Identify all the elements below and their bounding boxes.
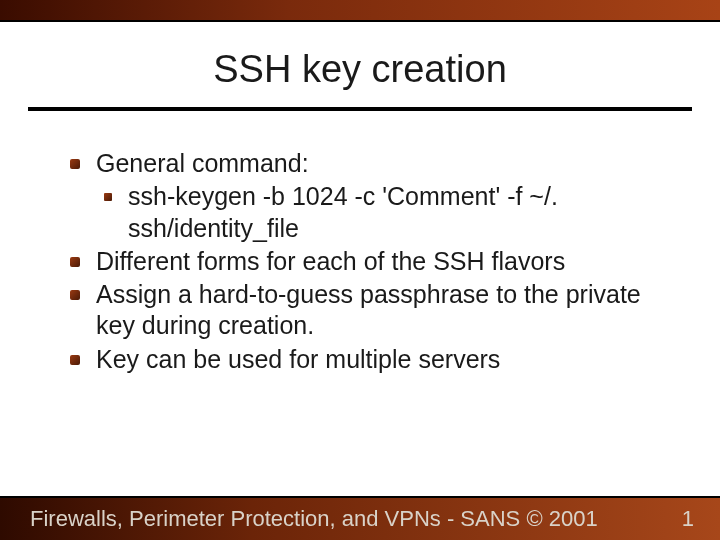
slide-content: General command: ssh-keygen -b 1024 -c '…: [70, 148, 670, 377]
bullet-item: Different forms for each of the SSH flav…: [70, 246, 670, 277]
bullet-subitem: ssh-keygen -b 1024 -c 'Comment' -f ~/. s…: [102, 181, 670, 244]
footer-text: Firewalls, Perimeter Protection, and VPN…: [30, 506, 682, 532]
slide-title: SSH key creation: [0, 48, 720, 91]
slide: SSH key creation General command: ssh-ke…: [0, 0, 720, 540]
bullet-item: Assign a hard-to-guess passphrase to the…: [70, 279, 670, 342]
page-number: 1: [682, 506, 698, 532]
footer-bar: Firewalls, Perimeter Protection, and VPN…: [0, 496, 720, 540]
title-underline: [28, 107, 692, 111]
top-decorative-bar: [0, 0, 720, 22]
bullet-item: Key can be used for multiple servers: [70, 344, 670, 375]
bullet-item: General command:: [70, 148, 670, 179]
